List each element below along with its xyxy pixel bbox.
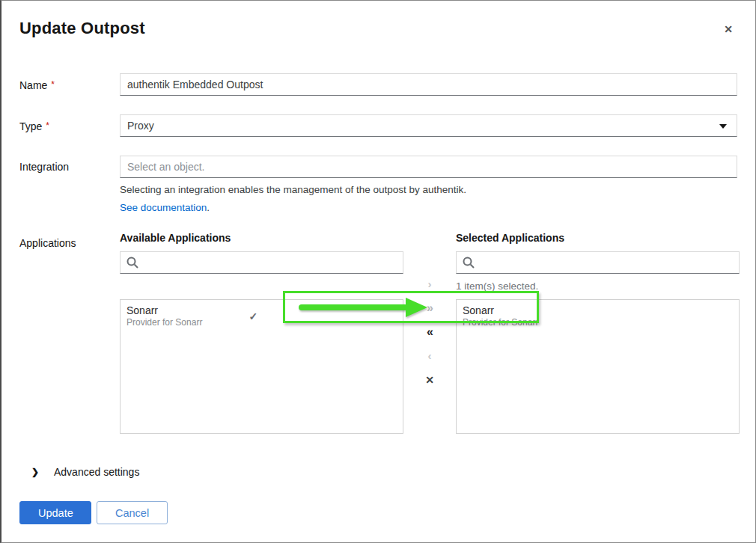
selected-applications-pane: Selected Applications 1 item(s) selected… [456,232,740,434]
move-all-right-button[interactable]: » [418,301,441,316]
update-outpost-dialog: Update Outpost ✕ Name* Type* Proxy Integ… [1,1,755,542]
available-spacer [120,274,403,299]
type-select[interactable]: Proxy [120,114,737,137]
action-bar: Update Cancel [19,501,168,524]
transfer-controls: › » « ‹ ✕ [403,232,456,434]
available-list: Sonarr Provider for Sonarr ✓ [120,299,403,434]
item-title: Sonarr [463,304,538,317]
chevron-right-icon: ❯ [31,467,42,477]
close-icon[interactable]: ✕ [721,22,736,37]
search-icon [463,257,475,269]
page-title: Update Outpost [19,19,737,38]
clear-selection-button[interactable]: ✕ [418,372,441,387]
integration-label-text: Integration [19,161,69,173]
item-subtitle: Provider for Sonarr [463,317,538,328]
move-selected-left-button[interactable]: ‹ [418,349,441,363]
check-icon: ✓ [249,310,257,322]
list-item-sonarr-available[interactable]: Sonarr Provider for Sonarr ✓ [121,300,403,333]
documentation-link-row: See documentation. [120,201,737,214]
type-label: Type* [19,114,120,138]
type-select-value: Proxy [127,120,154,132]
dialog-header: Update Outpost ✕ [19,19,737,38]
applications-row: Applications Available Applications [19,232,737,434]
required-asterisk: * [51,79,55,90]
name-label-text: Name [19,79,47,91]
item-title: Sonarr [126,304,202,317]
integration-field[interactable] [120,156,737,178]
selected-count-status: 1 item(s) selected. [456,274,740,299]
dual-list-selector: Available Applications Sonarr [120,232,737,434]
available-applications-header: Available Applications [120,232,403,245]
selected-search-wrap [456,251,740,274]
update-button[interactable]: Update [19,501,91,524]
name-field[interactable] [120,73,737,96]
advanced-settings-label: Advanced settings [54,466,139,478]
integration-label: Integration [19,156,120,178]
available-search-input[interactable] [120,251,403,274]
documentation-link[interactable]: See documentation [120,202,207,213]
search-icon [126,257,138,269]
chevron-down-icon [719,124,727,129]
type-label-text: Type [19,120,42,132]
selected-applications-header: Selected Applications [456,232,740,245]
applications-label-text: Applications [19,237,76,249]
name-label: Name* [19,73,120,96]
selected-search-input[interactable] [456,251,740,274]
integration-help-text: Selecting an integration enables the man… [120,183,737,196]
move-all-left-button[interactable]: « [418,325,441,340]
integration-row: Integration Selecting an integration ena… [19,156,737,214]
cancel-button[interactable]: Cancel [97,501,168,524]
applications-label: Applications [19,232,120,254]
required-asterisk: * [46,120,49,131]
type-row: Type* Proxy [19,114,737,138]
list-item-sonarr-selected[interactable]: Sonarr Provider for Sonarr [457,300,739,333]
name-row: Name* [19,73,737,96]
item-subtitle: Provider for Sonarr [126,317,202,328]
move-selected-right-button[interactable]: › [418,277,441,292]
advanced-settings-toggle[interactable]: ❯ Advanced settings [31,466,737,478]
available-search-wrap [120,251,403,274]
available-applications-pane: Available Applications Sonarr [120,232,403,434]
link-suffix: . [207,202,210,213]
selected-list: Sonarr Provider for Sonarr [456,299,740,434]
